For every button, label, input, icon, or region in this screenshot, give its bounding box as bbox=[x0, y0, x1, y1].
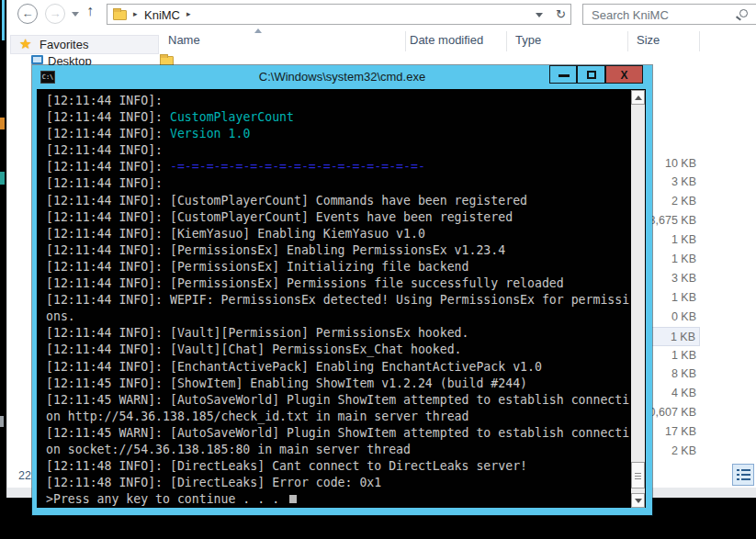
console-line: [12:11:44 INFO]: [PermissionsEx] Permiss… bbox=[46, 275, 629, 292]
refresh-icon[interactable]: ↻ bbox=[556, 7, 566, 21]
console-line: [12:11:44 INFO]: [CustomPlayerCount] Eve… bbox=[46, 209, 629, 226]
desktop-icon-fragment bbox=[0, 118, 5, 129]
console-line: [12:11:44 INFO]: [KiemYasuo] Enabling Ki… bbox=[46, 226, 629, 242]
console-line: >Press any key to continue . . . bbox=[46, 491, 629, 508]
console-line: [12:11:48 INFO]: [DirectLeaks] Cant conn… bbox=[46, 458, 629, 475]
console-line: ons. bbox=[46, 309, 629, 325]
desktop-icon-fragment bbox=[0, 416, 4, 427]
recent-locations-dropdown-icon[interactable] bbox=[72, 12, 79, 17]
console-line: on http://54.36.138.185/check_id.txt in … bbox=[46, 409, 629, 425]
search-icon[interactable] bbox=[739, 9, 748, 17]
console-line: [12:11:44 INFO]: WEPIF: PermissionsEx de… bbox=[46, 292, 629, 309]
console-scrollbar[interactable] bbox=[631, 90, 645, 508]
console-line: [12:11:44 INFO]: [PermissionsEx] Enablin… bbox=[46, 242, 629, 259]
column-divider[interactable] bbox=[699, 31, 700, 51]
favorites-star-icon: ★ bbox=[19, 36, 31, 52]
up-button[interactable]: ↑ bbox=[86, 3, 94, 19]
desktop-icon bbox=[31, 55, 43, 64]
folder-icon bbox=[113, 10, 127, 20]
desktop-icon-fragment bbox=[0, 172, 5, 185]
desktop: { "explorer": { "toolbar": { "back": "←"… bbox=[0, 0, 756, 539]
back-button[interactable]: ← bbox=[17, 4, 38, 24]
console-line: [12:11:44 INFO]: Version 1.0 bbox=[46, 126, 629, 142]
console-output[interactable]: [12:11:44 INFO]: [12:11:44 INFO]: Custom… bbox=[37, 89, 646, 508]
console-line: [12:11:48 INFO]: [DirectLeaks] Error cod… bbox=[46, 475, 629, 491]
address-dropdown-icon[interactable] bbox=[536, 13, 543, 17]
console-line: [12:11:44 INFO]: [PermissionsEx] Initial… bbox=[46, 259, 629, 275]
column-divider[interactable] bbox=[506, 31, 507, 51]
maximize-icon bbox=[587, 71, 596, 79]
console-line: [12:11:45 WARN]: [AutoSaveWorld] Plugin … bbox=[46, 425, 629, 442]
console-line: [12:11:45 WARN]: [AutoSaveWorld] Plugin … bbox=[46, 392, 629, 409]
sort-ascending-icon bbox=[254, 28, 262, 33]
console-line: [12:11:44 INFO]: [EnchantActivePack] Ena… bbox=[46, 359, 629, 376]
column-divider[interactable] bbox=[627, 31, 628, 51]
column-header-date-modified[interactable]: Date modified bbox=[410, 33, 483, 47]
breadcrumb-separator-icon: ▸ bbox=[133, 9, 138, 18]
column-divider[interactable] bbox=[405, 31, 406, 51]
column-header-type[interactable]: Type bbox=[515, 33, 541, 47]
maximize-button[interactable] bbox=[577, 65, 605, 84]
console-line: [12:11:44 INFO]: bbox=[46, 142, 629, 159]
console-text: [12:11:44 INFO]: [12:11:44 INFO]: Custom… bbox=[46, 93, 629, 508]
scroll-down-icon[interactable] bbox=[631, 493, 645, 508]
address-bar[interactable]: ▸ KniMC ▸ ↻ bbox=[107, 4, 571, 25]
console-line: [12:11:44 INFO]: CustomPlayerCount bbox=[46, 109, 629, 126]
minimize-button[interactable] bbox=[549, 65, 577, 84]
breadcrumb-separator-icon[interactable]: ▸ bbox=[186, 9, 191, 18]
console-line: [12:11:44 INFO]: [CustomPlayerCount] Com… bbox=[46, 193, 629, 209]
scroll-up-icon[interactable] bbox=[631, 90, 645, 105]
console-line: [12:11:44 INFO]: [Vault][Permission] Per… bbox=[46, 325, 629, 342]
search-placeholder: Search KniMC bbox=[592, 8, 669, 22]
console-line: [12:11:44 INFO]: -=-=-=-=-=-=-=-=-=-=-=-… bbox=[46, 159, 629, 175]
console-line: [12:11:44 INFO]: bbox=[46, 93, 629, 109]
breadcrumb[interactable]: KniMC bbox=[144, 8, 180, 22]
close-icon: X bbox=[620, 69, 627, 82]
console-line: [12:11:44 INFO]: bbox=[46, 175, 629, 192]
minimize-icon bbox=[559, 74, 570, 77]
forward-button[interactable]: → bbox=[45, 4, 65, 24]
background-window-edge bbox=[2, 0, 5, 40]
column-header-size[interactable]: Size bbox=[637, 33, 660, 47]
search-input[interactable]: Search KniMC bbox=[582, 4, 756, 25]
cmd-window[interactable]: C:\ C:\Windows\system32\cmd.exe X [12:11… bbox=[32, 65, 652, 515]
text-cursor bbox=[289, 495, 297, 503]
details-view-button[interactable] bbox=[732, 464, 754, 486]
close-button[interactable]: X bbox=[605, 65, 643, 84]
console-line: [12:11:45 INFO]: [ShowItem] Enabling Sho… bbox=[46, 376, 629, 392]
console-line: [12:11:44 INFO]: [Vault][Chat] Permissio… bbox=[46, 342, 629, 358]
sidebar-item-favorites-label: Favorites bbox=[39, 38, 88, 51]
column-header-name[interactable]: Name bbox=[168, 33, 200, 47]
console-line: on socket://54.36.138.185:80 in main ser… bbox=[46, 442, 629, 458]
scrollbar-thumb[interactable] bbox=[631, 462, 645, 488]
